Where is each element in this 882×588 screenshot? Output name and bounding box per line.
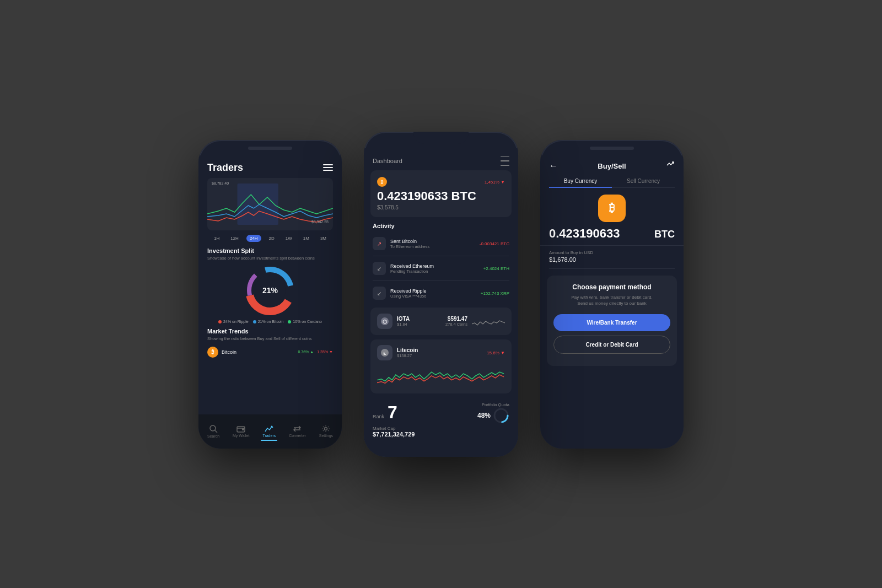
buysell-tabs: Buy Currency Sell Currency: [549, 175, 675, 188]
portfolio-value: 48%: [477, 412, 491, 419]
back-button[interactable]: ←: [549, 161, 558, 171]
nav-converter[interactable]: Converter: [284, 423, 310, 440]
phone-buysell: ← Buy/Sell Buy Currency Sell Currency ₿: [540, 140, 684, 449]
svg-text:Ł: Ł: [384, 351, 386, 356]
time-1h[interactable]: 1H: [211, 235, 223, 242]
settings-icon: [321, 425, 330, 433]
donut-chart: 21%: [207, 266, 333, 315]
payment-subtitle: Pay with wire, bank transfer or debit ca…: [553, 294, 670, 306]
iota-info: IOTA $1.84: [397, 316, 430, 327]
sent-bitcoin-info: Sent Bitcoin To Ethereum address: [390, 239, 475, 249]
svg-point-11: [325, 428, 327, 430]
rank-label: Rank: [373, 414, 384, 419]
legend-bitcoin-label: 21% on Bitcoin: [258, 320, 284, 323]
svg-point-10: [271, 426, 273, 428]
received-eth-icon: ↙: [373, 262, 386, 275]
buysell-usd-label: Amount to Buy in USD: [549, 250, 675, 255]
buysell-amount-row: 0.423190633 BTC: [540, 226, 684, 246]
iota-price: $591.47: [434, 316, 467, 322]
legend-cardano: 10% on Cardano: [288, 320, 322, 323]
time-12h[interactable]: 12H: [227, 235, 242, 242]
portfolio-section: Portfolio Quota 48%: [477, 402, 509, 424]
btc-big-circle: ₿: [598, 195, 626, 222]
bitcoin-changes: 0.76% 1.35%: [298, 350, 333, 354]
hero-btc-row: ₿ 1,451% ▼: [377, 177, 505, 187]
legend-ripple-label: 24% on Ripple: [223, 320, 249, 323]
btc-big-icon-container: ₿: [540, 195, 684, 222]
sent-bitcoin-title: Sent Bitcoin: [390, 239, 475, 244]
divider2: [373, 280, 509, 281]
hero-change: 1,451% ▼: [485, 180, 505, 185]
nav-settings-label: Settings: [319, 434, 333, 438]
nav-wallet[interactable]: My Wallet: [228, 423, 254, 440]
hero-usd-value: $3,578.5: [377, 204, 505, 211]
nav-search-label: Search: [207, 434, 219, 438]
gauge-circle-svg: [493, 407, 509, 424]
wire-bank-transfer-button[interactable]: Wire/Bank Transfer: [553, 314, 670, 331]
time-filters: 1H 12H 24H 2D 1W 1M 3M: [207, 235, 333, 242]
time-3m[interactable]: 3M: [317, 235, 330, 242]
market-cap-value: $7,721,324,729: [373, 431, 509, 438]
phone1-screen: Traders $8,782.40 $8,342.55: [198, 155, 342, 449]
dashboard-header: Dashboard: [364, 148, 518, 171]
nav-active-indicator: [261, 440, 277, 441]
chart-high-label: $8,782.40: [212, 181, 229, 185]
rank-main: Rank 7: [373, 402, 397, 423]
received-xrp-info: Received Ripple Using VISA ***4356: [390, 288, 476, 299]
phone2-notch: [413, 132, 469, 144]
buysell-usd-row: Amount to Buy in USD $1,678.00: [540, 250, 684, 263]
phone1-header: Traders: [207, 162, 333, 174]
bitcoin-change-neg: 1.35%: [317, 350, 333, 354]
iota-name: IOTA: [397, 316, 430, 322]
payment-section: Choose payment method Pay with wire, ban…: [547, 276, 677, 366]
iota-right: $591.47 278.4 Coins: [434, 316, 467, 327]
tab-buy-currency[interactable]: Buy Currency: [549, 175, 612, 187]
time-2d[interactable]: 2D: [266, 235, 278, 242]
sent-bitcoin-sub: To Ethereum address: [390, 244, 475, 249]
payment-title: Choose payment method: [553, 283, 670, 291]
buysell-title: Buy/Sell: [598, 162, 626, 170]
litecoin-info: Litecoin $138.27: [397, 347, 482, 358]
tab-sell-currency[interactable]: Sell Currency: [612, 175, 675, 187]
rank-value: 7: [388, 402, 397, 423]
svg-line-6: [215, 430, 217, 433]
traders-chart: $8,782.40 $8,342.55: [207, 178, 333, 230]
credit-debit-card-button[interactable]: Credit or Debit Card: [553, 336, 670, 354]
nav-settings[interactable]: Settings: [315, 423, 337, 440]
traders-icon: [265, 425, 273, 433]
time-24h[interactable]: 24H: [246, 235, 261, 242]
svg-point-5: [210, 425, 216, 431]
litecoin-sub: $138.27: [397, 353, 482, 358]
litecoin-icon: Ł: [377, 345, 392, 360]
iota-mini-chart: [472, 313, 505, 330]
activity-sent-bitcoin: ↗ Sent Bitcoin To Ethereum address -0.00…: [364, 234, 518, 253]
phone2-screen: Dashboard ₿ 1,451% ▼ 0.423190633 BTC $3,…: [364, 148, 518, 457]
phone3-screen: ← Buy/Sell Buy Currency Sell Currency ₿: [540, 155, 684, 449]
nav-traders[interactable]: Traders: [258, 423, 280, 440]
legend-cardano-label: 10% on Cardano: [293, 320, 322, 323]
search-icon: [209, 424, 218, 433]
svg-rect-0: [238, 184, 278, 225]
market-cap-label: Market Cap: [373, 426, 509, 431]
converter-icon: [293, 425, 302, 433]
dashboard-menu[interactable]: [501, 155, 509, 168]
received-eth-info: Received Ethereum Pending Transaction: [390, 263, 479, 274]
usd-divider: [549, 268, 675, 269]
nav-search[interactable]: Search: [203, 422, 224, 440]
received-xrp-icon: ↙: [373, 287, 386, 300]
chart-low-label: $8,342.55: [311, 220, 329, 224]
market-bitcoin-item: ₿ Bitcoin 0.76% 1.35%: [207, 347, 333, 358]
rank-section: Rank 7 Portfolio Quota 48%: [364, 398, 518, 424]
received-xrp-title: Received Ripple: [390, 288, 476, 294]
time-1m[interactable]: 1M: [300, 235, 313, 242]
chart-button[interactable]: [666, 161, 675, 171]
legend-cardano-dot: [288, 320, 291, 323]
activity-received-eth: ↙ Received Ethereum Pending Transaction …: [364, 258, 518, 278]
buysell-amount-number: 0.423190633: [549, 226, 620, 241]
sent-bitcoin-amount: -0.003421 BTC: [480, 241, 509, 246]
time-1w[interactable]: 1W: [282, 235, 295, 242]
portfolio-gauge: 48%: [477, 407, 509, 424]
nav-traders-label: Traders: [262, 434, 276, 438]
hamburger-menu[interactable]: [323, 164, 333, 171]
activity-received-xrp: ↙ Received Ripple Using VISA ***4356 +15…: [364, 283, 518, 303]
